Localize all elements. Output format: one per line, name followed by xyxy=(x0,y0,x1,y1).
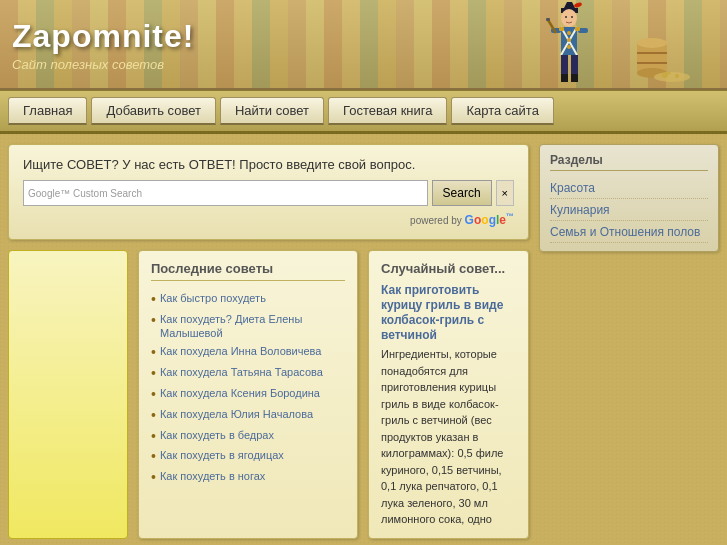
powered-by-text: powered by Google™ xyxy=(23,212,514,227)
sections-list: Красота Кулинария Семья и Отношения поло… xyxy=(550,177,708,243)
search-close-button[interactable]: × xyxy=(496,180,514,206)
tip-link[interactable]: Как похудела Ксения Бородина xyxy=(160,386,320,400)
main-content: Ищите СОВЕТ? У нас есть ОТВЕТ! Просто вв… xyxy=(0,134,727,545)
svg-point-4 xyxy=(565,16,567,18)
site-subtitle: Сайт полезных советов xyxy=(12,57,194,72)
sections-title: Разделы xyxy=(550,153,708,171)
tip-link[interactable]: Как похудеть в ягодицах xyxy=(160,448,284,462)
svg-rect-18 xyxy=(559,27,564,31)
google-custom-label: Google™ Custom Search xyxy=(28,188,142,199)
list-item: Как похудеть? Диета Елены Малышевой xyxy=(151,310,345,343)
section-link[interactable]: Кулинария xyxy=(550,203,610,217)
search-input[interactable] xyxy=(146,186,423,200)
nav-btn-find[interactable]: Найти совет xyxy=(220,97,324,125)
tip-link[interactable]: Как похудела Инна Воловичева xyxy=(160,344,322,358)
nav-btn-guestbook[interactable]: Гостевая книга xyxy=(328,97,447,125)
tip-link[interactable]: Как похудела Татьяна Тарасова xyxy=(160,365,323,379)
section-link[interactable]: Красота xyxy=(550,181,595,195)
svg-point-3 xyxy=(561,9,577,27)
list-item: Как похудела Ксения Бородина xyxy=(151,384,345,405)
nav-btn-home[interactable]: Главная xyxy=(8,97,87,125)
last-tips-title: Последние советы xyxy=(151,261,345,281)
random-tip-link[interactable]: Как приготовить курицу гриль в виде колб… xyxy=(381,283,503,342)
svg-point-23 xyxy=(637,38,667,48)
svg-point-9 xyxy=(567,31,571,35)
site-title: Zapomnite! xyxy=(12,18,194,55)
logo-area: Zapomnite! Сайт полезных советов xyxy=(12,18,194,72)
nav-bar: Главная Добавить совет Найти совет Госте… xyxy=(0,90,727,134)
left-column: Ищите СОВЕТ? У нас есть ОТВЕТ! Просто вв… xyxy=(8,144,529,539)
tip-link[interactable]: Как похудеть? Диета Елены Малышевой xyxy=(160,312,345,341)
tip-link[interactable]: Как похудеть в бедрах xyxy=(160,428,274,442)
svg-point-5 xyxy=(571,16,573,18)
search-input-wrapper: Google™ Custom Search xyxy=(23,180,428,206)
svg-rect-13 xyxy=(571,55,578,77)
random-tip-text: Ингредиенты, которые понадобятся для при… xyxy=(381,346,516,528)
svg-point-30 xyxy=(668,72,671,75)
sections-panel: Разделы Красота Кулинария Семья и Отноше… xyxy=(539,144,719,252)
list-item: Как похудела Юлия Началова xyxy=(151,405,345,426)
list-item: Как похудеть в бедрах xyxy=(151,426,345,447)
last-tips-panel: Последние советы Как быстро похудеть Как… xyxy=(138,250,358,539)
tip-link[interactable]: Как похудела Юлия Началова xyxy=(160,407,313,421)
header: Zapomnite! Сайт полезных советов xyxy=(0,0,727,90)
list-item: Как быстро похудеть xyxy=(151,289,345,310)
list-item: Как похудеть в ногах xyxy=(151,467,345,488)
section-link[interactable]: Семья и Отношения полов xyxy=(550,225,700,239)
svg-point-28 xyxy=(662,72,668,78)
yellow-placeholder xyxy=(8,250,128,539)
svg-point-2 xyxy=(574,2,583,8)
section-item: Кулинария xyxy=(550,199,708,221)
section-item: Семья и Отношения полов xyxy=(550,221,708,243)
list-item: Как похудеть в ягодицах xyxy=(151,446,345,467)
svg-rect-21 xyxy=(546,18,550,21)
section-item: Красота xyxy=(550,177,708,199)
barrel-illustration xyxy=(607,33,697,83)
svg-marker-0 xyxy=(564,2,575,8)
google-logo: Google™ xyxy=(465,213,514,227)
random-tip-panel: Случайный совет... Как приготовить куриц… xyxy=(368,250,529,539)
svg-rect-12 xyxy=(561,55,568,77)
svg-rect-14 xyxy=(561,74,568,82)
svg-point-27 xyxy=(654,72,690,82)
svg-rect-15 xyxy=(571,74,578,82)
bottom-row: Последние советы Как быстро похудеть Как… xyxy=(8,250,529,539)
random-tip-title: Случайный совет... xyxy=(381,261,516,276)
svg-rect-19 xyxy=(575,27,580,31)
search-row: Google™ Custom Search Search × xyxy=(23,180,514,206)
list-item: Как похудела Татьяна Тарасова xyxy=(151,363,345,384)
nav-btn-sitemap[interactable]: Карта сайта xyxy=(451,97,553,125)
svg-point-11 xyxy=(567,45,571,49)
nav-btn-add[interactable]: Добавить совет xyxy=(91,97,215,125)
search-panel-title: Ищите СОВЕТ? У нас есть ОТВЕТ! Просто вв… xyxy=(23,157,514,172)
svg-point-29 xyxy=(675,74,679,78)
tip-link[interactable]: Как похудеть в ногах xyxy=(160,469,265,483)
svg-point-10 xyxy=(567,38,571,42)
tip-link[interactable]: Как быстро похудеть xyxy=(160,291,266,305)
search-button[interactable]: Search xyxy=(432,180,492,206)
last-tips-list: Как быстро похудеть Как похудеть? Диета … xyxy=(151,289,345,488)
search-panel: Ищите СОВЕТ? У нас есть ОТВЕТ! Просто вв… xyxy=(8,144,529,240)
right-column: Разделы Красота Кулинария Семья и Отноше… xyxy=(539,144,719,539)
content-wrapper: Ищите СОВЕТ? У нас есть ОТВЕТ! Просто вв… xyxy=(8,144,719,539)
list-item: Как похудела Инна Воловичева xyxy=(151,342,345,363)
soldier-illustration xyxy=(542,0,597,90)
